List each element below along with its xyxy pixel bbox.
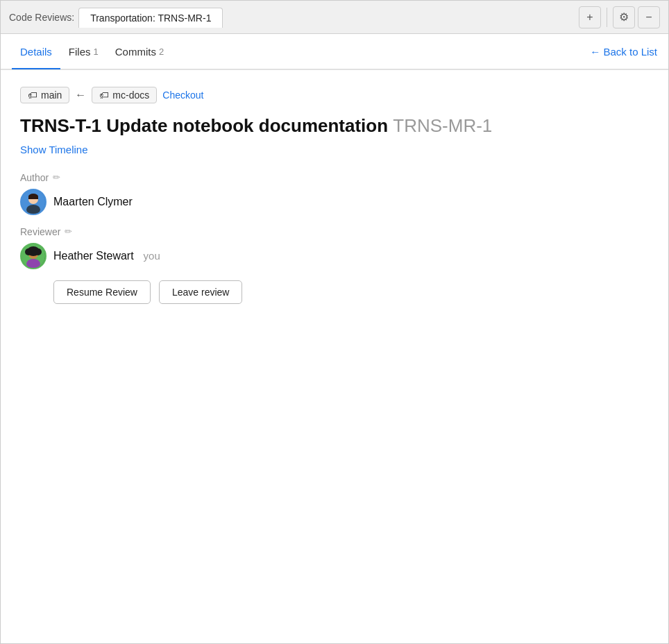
pr-title-text: TRNS-T-1 Update notebook documentation xyxy=(20,115,388,136)
source-branch-name: main xyxy=(41,90,62,101)
source-branch-tag: 🏷 main xyxy=(20,87,69,103)
author-name: Maarten Clymer xyxy=(53,196,133,208)
svg-point-9 xyxy=(35,248,42,255)
main-content: 🏷 main ← 🏷 mc-docs Checkout TRNS-T-1 Upd… xyxy=(1,70,668,321)
author-row: Maarten Clymer xyxy=(20,189,649,215)
leave-review-button[interactable]: Leave review xyxy=(159,280,243,304)
reviewer-name: Heather Stewart xyxy=(53,250,134,262)
reviewer-avatar-svg xyxy=(22,244,45,268)
reviewer-row: Heather Stewart you xyxy=(20,243,649,269)
author-section-label: Author ✏ xyxy=(20,172,649,183)
title-bar: Code Reviews: Transportation: TRNS-MR-1 … xyxy=(1,1,668,34)
author-avatar xyxy=(20,189,46,215)
tab-files-label: Files xyxy=(69,46,91,58)
pr-title-id: TRNS-MR-1 xyxy=(393,115,492,136)
reviewer-avatar xyxy=(20,243,46,269)
settings-button[interactable]: ⚙ xyxy=(613,6,635,28)
tab-files-count: 1 xyxy=(94,46,99,57)
back-to-list-link[interactable]: ← Back to List xyxy=(590,46,657,58)
author-label-text: Author xyxy=(20,172,49,183)
reviewer-buttons: Resume Review Leave review xyxy=(53,280,649,304)
add-tab-button[interactable]: + xyxy=(579,6,601,28)
author-avatar-svg xyxy=(22,190,45,214)
source-branch-tag-icon: 🏷 xyxy=(28,90,37,101)
checkout-link[interactable]: Checkout xyxy=(162,90,203,101)
title-bar-actions: + ⚙ − xyxy=(579,6,660,28)
pr-title: TRNS-T-1 Update notebook documentation T… xyxy=(20,115,649,138)
tab-bar: Details Files 1 Commits 2 ← Back to List xyxy=(1,34,668,70)
title-bar-divider xyxy=(607,8,607,27)
tab-files[interactable]: Files 1 xyxy=(60,35,107,69)
resume-review-button[interactable]: Resume Review xyxy=(53,280,151,304)
reviewer-section-label: Reviewer ✏ xyxy=(20,226,649,237)
svg-rect-4 xyxy=(28,196,38,199)
reviewer-edit-icon[interactable]: ✏ xyxy=(65,226,72,237)
reviewer-label-text: Reviewer xyxy=(20,226,60,237)
svg-point-8 xyxy=(25,248,32,255)
tab-commits[interactable]: Commits 2 xyxy=(107,35,172,69)
target-branch-tag-icon: 🏷 xyxy=(99,90,109,101)
tab-details[interactable]: Details xyxy=(12,35,60,69)
branch-row: 🏷 main ← 🏷 mc-docs Checkout xyxy=(20,87,649,103)
tab-details-label: Details xyxy=(20,46,52,58)
reviewer-you-label: you xyxy=(144,250,160,262)
tab-commits-label: Commits xyxy=(115,46,156,58)
target-branch-tag: 🏷 mc-docs xyxy=(92,87,157,103)
branch-arrow-icon: ← xyxy=(75,89,86,101)
author-edit-icon[interactable]: ✏ xyxy=(53,172,60,183)
target-branch-name: mc-docs xyxy=(112,90,149,101)
close-button[interactable]: − xyxy=(638,6,660,28)
title-bar-label: Code Reviews: xyxy=(9,12,74,23)
show-timeline-link[interactable]: Show Timeline xyxy=(20,144,649,155)
tab-commits-count: 2 xyxy=(159,46,164,57)
title-bar-tab[interactable]: Transportation: TRNS-MR-1 xyxy=(78,8,223,28)
